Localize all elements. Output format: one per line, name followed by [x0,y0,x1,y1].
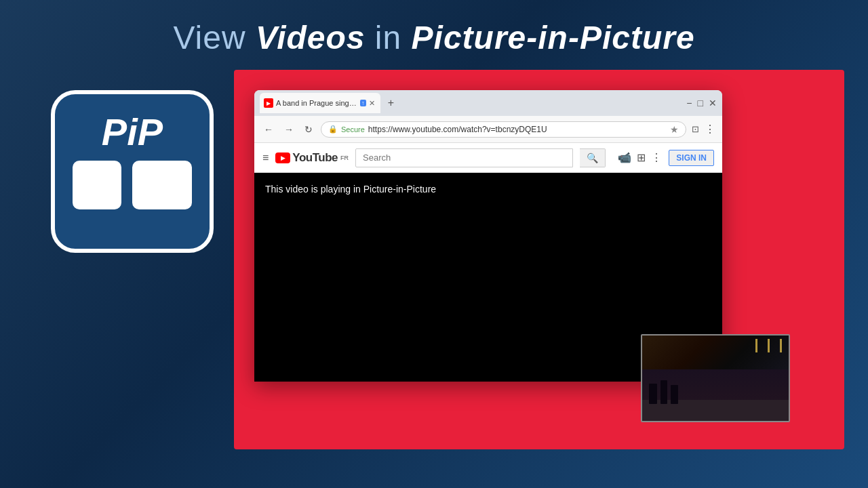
tab-favicon-icon [264,98,273,108]
youtube-icons: 📹 ⊞ ⋮ [618,151,662,164]
youtube-search-button[interactable]: 🔍 [580,148,606,167]
scene-lights [755,339,782,352]
youtube-toolbar: ≡ YouTube FR 🔍 📹 ⊞ ⋮ SIGN IN [254,143,722,173]
minimize-button[interactable]: − [686,98,692,108]
scene-figure-2 [660,380,667,404]
pip-logo-text: PiP [102,113,163,151]
pip-logo-squares [67,161,197,209]
scene-figures [649,380,678,404]
pip-square-left [73,161,121,209]
youtube-logo-icon [275,152,290,163]
scene-light-1 [755,339,757,352]
tab-label: A band in Prague sings th [276,99,357,107]
browser-addressbar: ← → ↻ 🔒 Secure https://www.youtube.com/w… [254,116,722,143]
youtube-logo-superscript: FR [340,155,349,161]
browser-window: A band in Prague sings th ↑ ✕ + − □ ✕ ← … [254,90,722,382]
scene-light-2 [768,339,770,352]
pip-floating-video[interactable] [641,334,790,422]
youtube-apps-icon[interactable]: ⊞ [637,151,646,164]
new-tab-button[interactable]: + [383,95,399,111]
title-prefix: View [173,20,256,56]
url-text: https://www.youtube.com/watch?v=tbcnzyDQ… [368,125,547,134]
address-box[interactable]: 🔒 Secure https://www.youtube.com/watch?v… [321,121,686,138]
refresh-button[interactable]: ↻ [302,123,315,136]
back-button[interactable]: ← [261,123,276,136]
browser-menu-button[interactable]: ⋮ [705,123,715,136]
tab-close-button[interactable]: ✕ [369,99,375,108]
forward-button[interactable]: → [281,123,296,136]
close-button[interactable]: ✕ [709,98,717,108]
secure-label: Secure [341,125,365,134]
secure-icon: 🔒 [328,125,338,134]
browser-tab[interactable]: A band in Prague sings th ↑ ✕ [260,93,380,113]
pip-logo: PiP [51,90,214,253]
title-pip: Picture-in-Picture [412,20,695,56]
pip-video-inner [642,336,789,421]
scene-figure-1 [649,384,657,404]
bookmark-icon[interactable]: ★ [670,124,679,135]
youtube-more-icon[interactable]: ⋮ [651,151,662,164]
tab-badge: ↑ [360,100,366,106]
youtube-signin-button[interactable]: SIGN IN [669,150,714,166]
scene-light-3 [780,339,782,352]
browser-titlebar: A band in Prague sings th ↑ ✕ + − □ ✕ [254,90,722,116]
youtube-logo: YouTube FR [275,151,349,165]
youtube-logo-text: YouTube [292,151,338,165]
youtube-search-input[interactable] [355,148,573,167]
pip-playing-message: This video is playing in Picture-in-Pict… [265,184,436,195]
youtube-content-area: This video is playing in Picture-in-Pict… [254,173,722,382]
main-content: PiP A band in Prague sings th ↑ ✕ + − [0,70,868,449]
maximize-button[interactable]: □ [698,98,703,108]
red-panel: A band in Prague sings th ↑ ✕ + − □ ✕ ← … [234,70,844,449]
scene-figure-3 [671,385,678,404]
pip-logo-container: PiP [51,90,214,253]
pip-square-right [132,161,192,209]
page-title: View Videos in Picture-in-Picture [173,19,694,56]
youtube-hamburger-icon[interactable]: ≡ [262,152,269,164]
title-mid: in [366,20,412,56]
pip-browser-button[interactable]: ⊡ [692,124,699,134]
youtube-camera-icon[interactable]: 📹 [618,151,631,164]
window-controls: − □ ✕ [686,98,717,108]
title-videos: Videos [256,20,366,56]
